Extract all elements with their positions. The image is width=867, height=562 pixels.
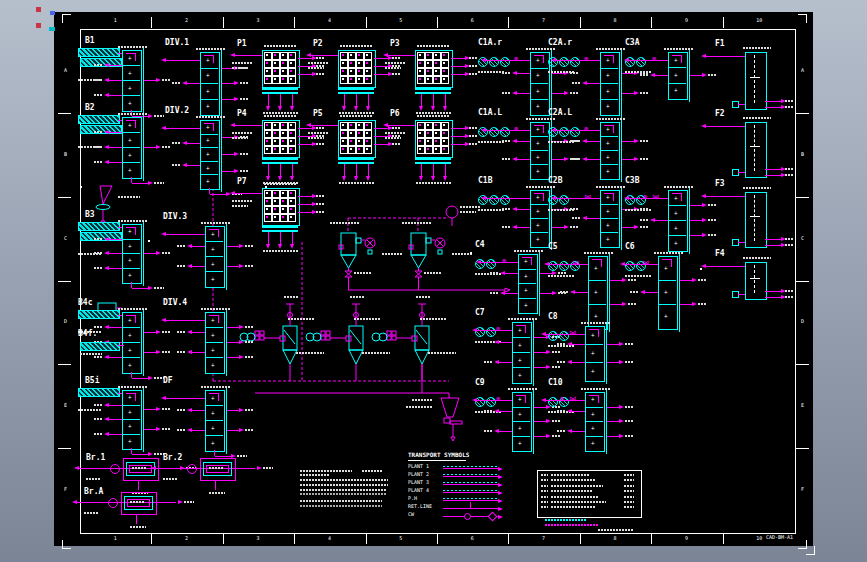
hook: [218, 229, 219, 237]
microtext: [264, 115, 296, 117]
bottom-arrow-line: [292, 164, 293, 176]
microtext: [78, 409, 102, 411]
right-arrow-line: [144, 253, 156, 254]
right-arrow-line: [451, 58, 465, 59]
arrowhead-left-icon: [104, 417, 109, 421]
unit-block-outerline: [226, 310, 227, 376]
cell-divider: [601, 136, 618, 137]
microtext: [428, 182, 440, 184]
microtext: [640, 74, 648, 76]
bowtie-icon: ⋈: [652, 194, 659, 201]
breaker-cell-icon: +: [518, 357, 522, 363]
arrowhead-left-icon: [494, 340, 499, 344]
breaker-cell-icon: +: [591, 440, 595, 446]
feeder-tick: [750, 146, 760, 147]
right-arrow-line: [540, 273, 552, 274]
arrowhead-left-icon: [187, 350, 192, 354]
cell-divider: [586, 436, 603, 437]
microtext: [624, 490, 634, 492]
breaker-cell-icon: +: [128, 137, 132, 143]
hook: [209, 315, 218, 316]
breaker-cell-icon: +: [206, 103, 210, 109]
arrowhead-down-icon: [266, 106, 270, 111]
unit-block-outerline: [221, 50, 222, 118]
cell-divider: [513, 337, 530, 338]
microtext: [640, 140, 648, 142]
hook: [525, 325, 526, 333]
bottom-arrow-line: [292, 94, 293, 106]
panel-cell-dot: [290, 200, 292, 202]
hook: [589, 329, 598, 330]
unit-block-outerline: [621, 50, 622, 118]
microtext: [94, 433, 102, 435]
arrowhead-down-icon: [366, 106, 370, 111]
arrowhead-down-icon: [290, 106, 294, 111]
panel-cell-dot: [266, 140, 268, 142]
bottom-stub: [132, 454, 148, 455]
cell-divider: [531, 204, 548, 205]
arrowhead-down-icon: [354, 106, 358, 111]
arrowhead-right-icon: [156, 350, 161, 354]
right-arrow-line: [374, 128, 388, 129]
microtext: [402, 222, 432, 224]
ruler-left-tick: [58, 364, 71, 365]
panel-cell-dot: [290, 62, 292, 64]
microtext: [420, 318, 446, 320]
right-arrow-line: [622, 73, 634, 74]
microtext: [94, 404, 102, 406]
ruler-right-tick: [796, 364, 809, 365]
right-arrow-line: [607, 407, 619, 408]
cell-divider: [531, 232, 548, 233]
arrowhead-left-icon: [187, 264, 192, 268]
feeder-block-F4: [745, 262, 767, 300]
microtext: [424, 272, 442, 274]
microtext: [548, 71, 574, 73]
arrowhead-right-icon: [148, 286, 153, 290]
microtext: [263, 250, 275, 252]
busbar-hatch: [78, 310, 120, 319]
block-label-C5: C5: [548, 243, 558, 251]
microtext: [339, 182, 351, 184]
ruler-left-letter: A: [64, 68, 67, 73]
motor-circle-icon: [500, 57, 510, 67]
panel-cell-dot: [443, 132, 445, 134]
arrowhead-right-icon: [234, 97, 239, 101]
cell-divider: [669, 235, 686, 236]
legend-line-sample: [443, 490, 498, 493]
bowtie-icon: ⋈: [569, 330, 576, 337]
microtext: [469, 73, 477, 75]
right-arrow-line: [607, 362, 619, 363]
feed-line: [555, 60, 600, 61]
unit-block-outerline: [226, 224, 227, 290]
ruler-top-number: 7: [542, 18, 545, 23]
feed-line: [480, 262, 518, 263]
panel-cell-dot: [290, 78, 292, 80]
ref-dot: [470, 252, 472, 254]
arrowhead-right-icon: [239, 355, 244, 359]
unit-block-C3A: [668, 52, 688, 100]
microtext: [490, 292, 498, 294]
ruler-left-tick: [58, 113, 71, 114]
panel-cell-dot: [274, 132, 276, 134]
right-arrow-line: [607, 421, 619, 422]
cell-divider: [531, 150, 548, 151]
legend-row-label: RET.LINE: [408, 504, 432, 509]
panel-cell-dot: [266, 192, 268, 194]
arrowhead-left-icon: [472, 398, 477, 402]
bowtie-icon: ⋈: [642, 260, 649, 267]
aux-stub: [738, 172, 745, 173]
arrowhead-left-icon: [701, 194, 706, 198]
microtext: [785, 290, 793, 292]
cell-divider: [123, 405, 140, 406]
right-arrow-line: [144, 352, 156, 353]
right-arrow-line: [690, 205, 702, 206]
frame-corner-mark: [62, 540, 71, 549]
breaker-cell-icon: +: [536, 126, 540, 132]
arrowhead-left-icon: [187, 428, 192, 432]
panel-cell-dot: [266, 132, 268, 134]
left-arrow-line: [587, 141, 600, 142]
hook: [126, 393, 135, 394]
microtext: [502, 72, 510, 74]
arrowhead-down-icon: [431, 176, 435, 181]
bottom-arrow-line: [368, 164, 369, 176]
